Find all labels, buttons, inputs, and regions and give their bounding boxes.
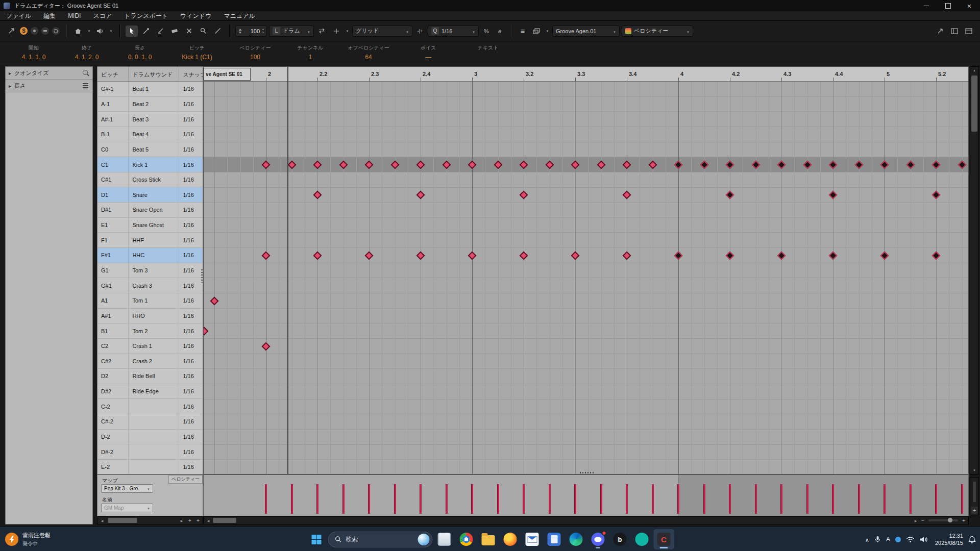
velocity-bar[interactable] xyxy=(523,484,525,514)
close-button[interactable] xyxy=(959,0,980,11)
grid-row-lane[interactable] xyxy=(204,127,969,142)
drumlist-row[interactable]: D#1Snare Open1/16 xyxy=(97,203,203,218)
inspector-section-quantize[interactable]: クオンタイズ xyxy=(6,67,92,80)
drumlist-row[interactable]: C-21/16 xyxy=(97,399,203,414)
insert-velocity-toggle-icon[interactable]: -|+ xyxy=(414,26,426,37)
list-scrollbar[interactable] xyxy=(97,516,203,524)
drumlist-row[interactable]: B1Tom 21/16 xyxy=(97,323,203,339)
cubase-icon[interactable] xyxy=(654,529,674,549)
scroll-down-icon[interactable] xyxy=(970,467,978,474)
velocity-bar[interactable] xyxy=(780,484,782,514)
grid-row-lane[interactable] xyxy=(204,203,969,218)
infoline-field-velocity[interactable]: ベロシティー100 xyxy=(228,41,283,63)
grid-row-lane[interactable] xyxy=(204,82,969,97)
drumlist-row[interactable]: B-1Beat 41/16 xyxy=(97,127,203,142)
drumstick-tool[interactable] xyxy=(140,26,152,37)
menu-item-midi[interactable]: MIDI xyxy=(62,11,87,21)
taskbar-search[interactable]: 検索 xyxy=(328,532,433,547)
drumlist-row[interactable]: D#2Ride Edge1/16 xyxy=(97,384,203,399)
velocity-bar[interactable] xyxy=(549,484,551,514)
drumlist-row[interactable]: E1Snare Ghost1/16 xyxy=(97,218,203,233)
grid-row-lane[interactable] xyxy=(204,414,969,430)
velocity-bar[interactable] xyxy=(858,484,860,514)
velocity-bar[interactable] xyxy=(574,484,576,514)
object-selection-tool[interactable] xyxy=(126,26,138,37)
browser-icon[interactable] xyxy=(500,529,521,549)
drumlist-row[interactable]: C#1Cross Stick1/16 xyxy=(97,172,203,188)
menu-item-transport[interactable]: トランスポート xyxy=(118,11,174,21)
menu-item-edit[interactable]: 編集 xyxy=(37,11,62,21)
autoscroll-icon[interactable] xyxy=(72,26,84,37)
bars-icon[interactable] xyxy=(82,82,89,89)
grid-row-lane[interactable] xyxy=(204,445,969,460)
weather-widget[interactable]: 雷雨注意報 発令中 xyxy=(5,527,51,551)
grid-row-lane[interactable] xyxy=(204,430,969,445)
midi-input-button[interactable] xyxy=(41,27,50,35)
drumlist-row[interactable]: C2Crash 11/16 xyxy=(97,339,203,354)
explorer-icon[interactable] xyxy=(434,529,455,549)
event-color-dropdown[interactable]: ベロシティー xyxy=(622,26,693,37)
event-stack-icon[interactable]: ≡ xyxy=(517,26,528,37)
infoline-field-voice[interactable]: ボイス— xyxy=(399,41,457,63)
grid-row-lane[interactable] xyxy=(204,172,969,188)
autoscroll-options-chevron-icon[interactable] xyxy=(86,26,92,37)
note-grid[interactable]: ve Agent SE 01 22.22.32.433.23.33.444.24… xyxy=(203,66,969,474)
drumlist-row[interactable]: C1Kick 11/16 xyxy=(97,157,203,172)
drumlist-row[interactable]: D1Snare1/16 xyxy=(97,187,203,203)
notifications-bell-icon[interactable] xyxy=(968,536,976,543)
drumlist-row[interactable]: F#1HHC1/16 xyxy=(97,248,203,263)
velocity-bar[interactable] xyxy=(935,484,937,514)
timeline-ruler[interactable]: ve Agent SE 01 22.22.32.433.23.33.444.24… xyxy=(204,67,969,82)
scroll-left-icon[interactable] xyxy=(205,517,212,523)
velocity-bar[interactable] xyxy=(652,484,654,514)
velocity-bar[interactable] xyxy=(600,484,602,514)
menu-item-scores[interactable]: スコア xyxy=(87,11,118,21)
start-button[interactable] xyxy=(306,529,327,549)
menu-item-window[interactable]: ウィンドウ xyxy=(174,11,217,21)
grid-row-lane[interactable] xyxy=(204,293,969,309)
grid-row-lane[interactable] xyxy=(204,142,969,158)
velocity-lane-label[interactable]: ベロシティー xyxy=(168,475,203,484)
layers-icon[interactable] xyxy=(530,26,543,37)
note-length-dropdown[interactable]: L ドラム xyxy=(269,26,314,37)
grid-row-lane[interactable] xyxy=(204,339,969,354)
infoline-field-channel[interactable]: チャンネル1 xyxy=(283,41,338,63)
clock[interactable]: 12:31 2025/08/15 xyxy=(935,532,963,547)
media-icon[interactable] xyxy=(610,529,630,549)
grid-row-lane[interactable] xyxy=(204,354,969,369)
infoline-field-pitch[interactable]: ピッチKick 1 (C1) xyxy=(166,41,228,63)
wifi-icon[interactable] xyxy=(906,536,915,543)
velocity-bar[interactable] xyxy=(342,484,345,514)
edited-part-dropdown[interactable]: Groove Agen.01 xyxy=(552,26,620,37)
velocity-bar[interactable] xyxy=(446,484,448,514)
vertical-scrollbar[interactable] xyxy=(970,66,979,474)
velocity-bar[interactable] xyxy=(265,484,267,514)
velocity-bar[interactable] xyxy=(832,484,834,514)
drum-map-dropdown[interactable]: Pop Kit 3 - Gro. xyxy=(101,484,153,493)
horizontal-scroll-track[interactable] xyxy=(212,518,912,523)
note-display-area[interactable] xyxy=(204,82,969,474)
zoom-slider-handle[interactable] xyxy=(948,518,952,522)
drumlist-row[interactable]: D2Ride Bell1/16 xyxy=(97,369,203,384)
scroll-right-icon[interactable] xyxy=(912,517,919,523)
drumlist-row[interactable]: D#-21/16 xyxy=(97,444,203,460)
scroll-right-icon[interactable] xyxy=(178,517,185,523)
drumlist-row[interactable]: A-1Beat 21/16 xyxy=(97,97,203,112)
inspector-section-length[interactable]: 長さ xyxy=(6,80,92,92)
velocity-bar[interactable] xyxy=(729,484,731,514)
vertical-scroll-thumb[interactable] xyxy=(971,76,977,132)
chrome-icon[interactable] xyxy=(456,529,477,549)
drumlist-row[interactable]: G#1Crash 31/16 xyxy=(97,278,203,293)
velocity-bar[interactable] xyxy=(961,484,963,514)
zoom-slider[interactable] xyxy=(928,519,958,521)
drumlist-row[interactable]: A#1HHO1/16 xyxy=(97,309,203,324)
acoustic-feedback-icon[interactable] xyxy=(94,26,106,37)
infoline-field-length[interactable]: 長さ0. 0. 1. 0 xyxy=(113,41,166,63)
open-in-window-icon[interactable] xyxy=(934,26,946,37)
infoline-field-end[interactable]: 終了4. 1. 2. 0 xyxy=(60,41,113,63)
add-column-icon[interactable] xyxy=(186,517,193,523)
grid-row-lane[interactable] xyxy=(204,263,969,279)
velocity-bar[interactable] xyxy=(910,484,912,514)
calculator-icon[interactable] xyxy=(544,529,565,549)
velocity-bar[interactable] xyxy=(884,484,886,514)
